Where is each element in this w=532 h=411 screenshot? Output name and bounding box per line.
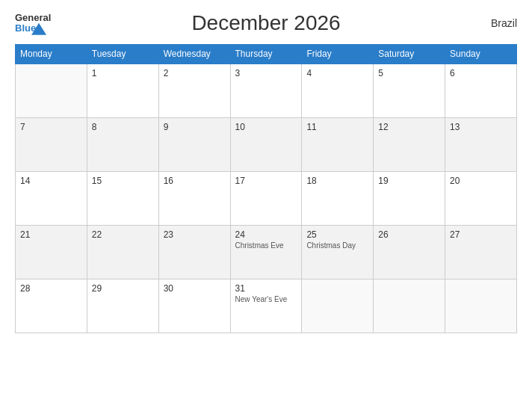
- day-number: 16: [164, 176, 226, 186]
- day-cell: 14: [16, 171, 87, 225]
- day-cell: [302, 279, 374, 333]
- day-cell: 28: [16, 279, 87, 333]
- day-cell: 4: [302, 64, 374, 117]
- day-number: 12: [378, 122, 440, 132]
- day-cell: 16: [158, 171, 230, 225]
- day-cell: 17: [230, 171, 302, 225]
- day-cell: 23: [158, 225, 230, 279]
- day-number: 11: [306, 122, 368, 132]
- day-number: 22: [92, 229, 154, 240]
- day-number: 1: [92, 68, 154, 78]
- day-number: 6: [450, 68, 512, 78]
- day-number: 8: [92, 122, 154, 132]
- logo-general-text: General: [15, 13, 51, 23]
- day-cell: 19: [374, 171, 445, 225]
- country-label: Brazil: [491, 17, 517, 29]
- day-cell: 15: [87, 171, 158, 225]
- day-cell: 11: [302, 117, 374, 171]
- header-wednesday: Wednesday: [158, 45, 230, 64]
- day-cell: 20: [445, 171, 517, 225]
- calendar-container: General Blue December 2026 Brazil Monday…: [0, 0, 532, 411]
- day-number: 20: [450, 176, 512, 186]
- day-cell: 7: [16, 117, 87, 171]
- day-cell: 10: [230, 117, 302, 171]
- day-event: Christmas Eve: [235, 241, 297, 250]
- day-cell: [445, 279, 517, 333]
- day-event: New Year's Eve: [235, 295, 297, 303]
- day-number: 24: [235, 229, 297, 240]
- day-cell: 2: [158, 64, 230, 117]
- day-number: 26: [378, 229, 440, 240]
- logo-triangle-icon: [31, 23, 46, 35]
- header-sunday: Sunday: [445, 45, 517, 64]
- week-row-1: 123456: [16, 64, 517, 117]
- header-thursday: Thursday: [230, 45, 302, 64]
- day-cell: 3: [230, 64, 302, 117]
- day-number: 21: [20, 229, 82, 240]
- day-number: 29: [92, 283, 154, 294]
- day-number: 30: [164, 283, 226, 294]
- day-cell: 1: [87, 64, 158, 117]
- day-cell: 9: [158, 117, 230, 171]
- calendar-table: Monday Tuesday Wednesday Thursday Friday…: [15, 44, 517, 333]
- day-cell: 26: [374, 225, 445, 279]
- day-number: 14: [20, 176, 82, 186]
- day-cell: 5: [374, 64, 445, 117]
- day-number: 15: [92, 176, 154, 186]
- day-cell: 8: [87, 117, 158, 171]
- day-cell: 29: [87, 279, 158, 333]
- day-number: 28: [20, 283, 82, 294]
- day-cell: 30: [158, 279, 230, 333]
- week-row-5: 28293031New Year's Eve: [16, 279, 517, 333]
- day-cell: 13: [445, 117, 517, 171]
- day-number: 2: [164, 68, 226, 78]
- day-number: 17: [235, 176, 297, 186]
- day-cell: 27: [445, 225, 517, 279]
- calendar-header: General Blue December 2026 Brazil: [15, 11, 517, 35]
- week-row-3: 14151617181920: [16, 171, 517, 225]
- day-cell: 24Christmas Eve: [230, 225, 302, 279]
- day-number: 31: [235, 283, 297, 294]
- week-row-2: 78910111213: [16, 117, 517, 171]
- days-header-row: Monday Tuesday Wednesday Thursday Friday…: [16, 45, 517, 64]
- day-number: 27: [450, 229, 512, 240]
- day-cell: 25Christmas Day: [302, 225, 374, 279]
- day-number: 9: [164, 122, 226, 132]
- day-number: 19: [378, 176, 440, 186]
- day-cell: 22: [87, 225, 158, 279]
- day-event: Christmas Day: [306, 241, 368, 250]
- header-tuesday: Tuesday: [87, 45, 158, 64]
- day-cell: 6: [445, 64, 517, 117]
- day-number: 3: [235, 68, 297, 78]
- day-number: 7: [20, 122, 82, 132]
- day-number: 23: [164, 229, 226, 240]
- logo: General Blue: [15, 13, 51, 34]
- day-cell: 18: [302, 171, 374, 225]
- day-cell: [16, 64, 87, 117]
- header-monday: Monday: [16, 45, 87, 64]
- calendar-title: December 2026: [191, 11, 340, 35]
- day-cell: 12: [374, 117, 445, 171]
- day-number: 13: [450, 122, 512, 132]
- header-saturday: Saturday: [374, 45, 445, 64]
- week-row-4: 21222324Christmas Eve25Christmas Day2627: [16, 225, 517, 279]
- day-cell: [374, 279, 445, 333]
- day-number: 10: [235, 122, 297, 132]
- day-number: 5: [378, 68, 440, 78]
- day-cell: 21: [16, 225, 87, 279]
- day-number: 18: [306, 176, 368, 186]
- day-cell: 31New Year's Eve: [230, 279, 302, 333]
- header-friday: Friday: [302, 45, 374, 64]
- day-number: 4: [306, 68, 368, 78]
- day-number: 25: [306, 229, 368, 240]
